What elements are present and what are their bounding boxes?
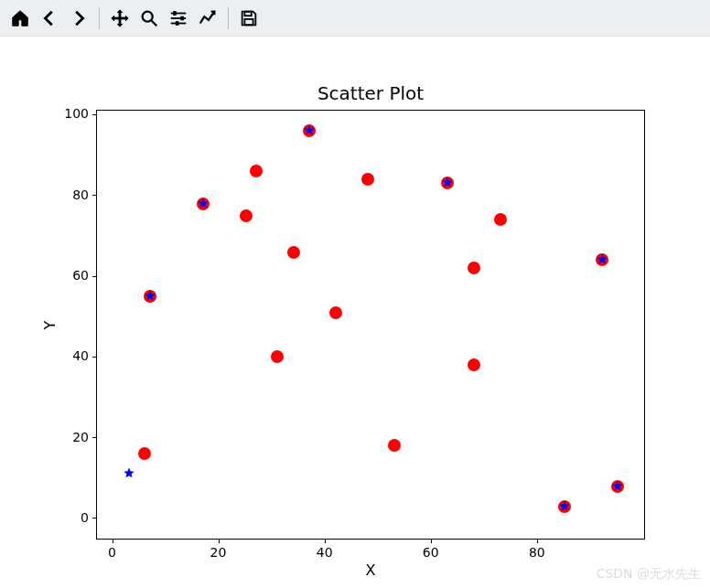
x-tick-label: 60 [423,545,439,560]
zoom-icon [139,8,159,28]
x-tick [537,539,538,543]
y-tick [92,195,97,196]
y-tick-label: 40 [61,348,89,363]
red-circles-point [361,173,374,186]
watermark: CSDN @无水先生 [597,566,701,583]
back-icon [39,8,59,28]
red-circles-point [271,350,284,363]
svg-point-0 [143,11,153,21]
svg-rect-3 [174,11,177,15]
svg-rect-5 [181,16,184,20]
x-tick [113,539,113,543]
red-circles-point [250,165,263,177]
blue-stars-point [145,288,156,305]
save-icon [239,8,259,28]
home-button[interactable] [7,5,33,31]
svg-rect-8 [244,11,251,16]
x-axis-label: X [96,561,645,579]
x-tick [219,539,220,543]
red-circles-point [494,213,507,226]
separator [228,7,229,29]
red-circles-point [138,447,151,460]
y-tick-label: 20 [61,430,89,444]
red-circles-point [388,439,401,452]
move-icon [110,8,130,28]
red-circles-point [240,209,253,222]
red-circles-point [468,262,480,274]
red-circles-point [329,306,342,319]
y-tick-label: 80 [61,187,89,202]
blue-stars-point [597,251,608,269]
x-tick [325,539,326,543]
blue-stars-point [559,497,570,515]
separator [99,7,100,29]
x-tick-label: 0 [108,545,116,560]
blue-stars-point [612,477,623,495]
y-tick-label: 0 [61,510,89,525]
x-tick-label: 40 [317,545,333,560]
x-tick-label: 20 [210,545,227,560]
save-button[interactable] [236,5,262,31]
blue-stars-point [442,175,453,192]
blue-stars-point [198,195,209,212]
y-tick [92,276,97,277]
forward-button[interactable] [66,5,91,31]
chart-title: Scatter Plot [96,82,645,104]
svg-rect-9 [244,18,253,24]
y-tick-label: 100 [61,106,89,121]
y-tick [92,114,97,115]
zoom-button[interactable] [136,5,162,31]
x-tick-label: 80 [529,545,545,560]
figure: Scatter Plot Y X CSDN @无水先生 020406080020… [0,37,710,588]
sliders-icon [168,8,188,28]
blue-stars-point [304,123,315,140]
back-button[interactable] [37,5,62,31]
red-circles-point [287,246,300,259]
svg-line-1 [152,20,157,26]
x-tick [431,539,432,543]
y-tick-label: 60 [61,268,89,283]
svg-rect-7 [176,21,178,25]
axes-edit-icon [198,8,218,28]
axes[interactable] [96,110,645,540]
y-tick [92,518,97,519]
forward-icon [69,8,89,28]
y-tick [92,437,97,438]
y-tick [92,357,97,358]
pan-button[interactable] [107,5,133,31]
configure-button[interactable] [166,5,191,31]
home-icon [10,8,30,28]
edit-button[interactable] [195,5,221,31]
y-axis-label: Y [41,110,59,540]
red-circles-point [468,358,480,371]
blue-stars-point [124,465,134,483]
toolbar [0,0,710,37]
